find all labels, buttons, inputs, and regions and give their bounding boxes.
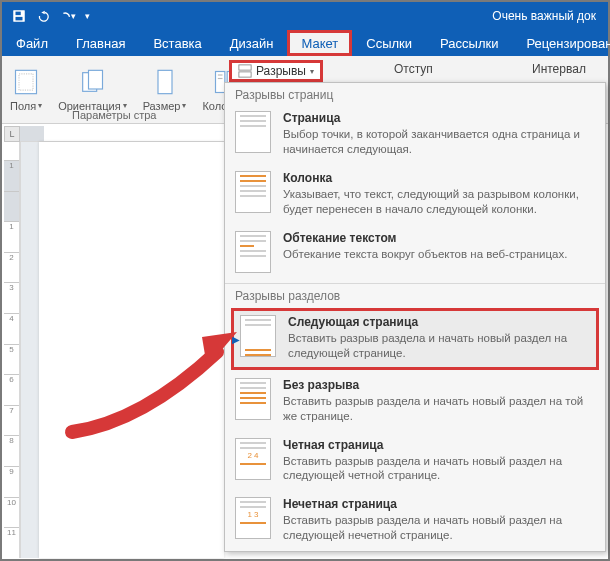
menu-item-desc: Выбор точки, в которой заканчивается одн… [283,127,595,157]
continuous-icon [235,378,271,420]
menu-item-title: Нечетная страница [283,497,595,511]
menu-item-desc: Обтекание текста вокруг объектов на веб-… [283,247,595,262]
breaks-button[interactable]: Разрывы ▾ [229,60,323,82]
page-setup-group-label: Параметры стра [72,109,156,121]
margins-icon [12,68,40,96]
menu-item-desc: Вставить разрыв раздела и начать новый р… [283,513,595,543]
caret-icon: ▾ [38,101,42,110]
document-page[interactable] [39,142,224,558]
ruler-mark: 2 [4,252,19,283]
caret-icon: ▾ [310,67,314,76]
next-page-icon [240,315,276,357]
document-title: Очень важный док [96,9,602,23]
ruler-corner: L [4,126,20,142]
tab-home[interactable]: Главная [62,30,139,56]
horizontal-ruler[interactable] [20,126,224,142]
ruler-mark: 1 [4,221,19,252]
ruler-mark: 6 [4,374,19,405]
quick-access-toolbar: ▾ ▾ Очень важный док [2,2,608,30]
orientation-icon [78,68,106,96]
caret-icon: ▾ [182,101,186,110]
tab-file[interactable]: Файл [2,30,62,56]
margins-button[interactable]: Поля▾ [2,56,50,123]
save-icon[interactable] [8,5,30,27]
tab-mailings[interactable]: Рассылки [426,30,512,56]
menu-item-text-wrapping[interactable]: Обтекание текстом Обтекание текста вокру… [225,225,605,281]
ruler-mark: 9 [4,466,19,497]
breaks-label: Разрывы [256,64,306,78]
text-wrap-icon [235,231,271,273]
ruler-mark: 11 [4,527,19,558]
ruler-mark: 5 [4,344,19,375]
menu-item-desc: Вставить разрыв раздела и начать новый р… [283,394,595,424]
breaks-icon [238,64,252,78]
menu-item-desc: Вставить разрыв раздела и начать новый р… [288,331,590,361]
svg-rect-7 [89,70,103,89]
menu-item-page-break[interactable]: Страница Выбор точки, в которой заканчив… [225,105,605,165]
redo-icon[interactable]: ▾ [56,5,78,27]
spacing-group-label: Интервал [532,62,586,76]
tab-layout[interactable]: Макет [287,30,352,56]
ruler-mark: 10 [4,497,19,528]
page-background [20,142,224,558]
svg-rect-15 [239,65,251,70]
tab-references[interactable]: Ссылки [352,30,426,56]
vertical-ruler[interactable]: 1 1 2 3 4 5 6 7 8 9 10 11 [4,142,20,558]
even-page-icon: 2 4 [235,438,271,480]
margins-label: Поля [10,100,36,112]
ruler-mark: 4 [4,313,19,344]
svg-rect-8 [158,70,172,93]
menu-item-title: Без разрыва [283,378,595,392]
menu-item-title: Следующая страница [288,315,590,329]
selection-indicator-icon: ▶ [232,333,240,344]
odd-page-icon: 1 3 [235,497,271,539]
tab-design[interactable]: Дизайн [216,30,288,56]
menu-item-desc: Указывает, что текст, следующий за разры… [283,187,595,217]
menu-item-desc: Вставить разрыв раздела и начать новый р… [283,454,595,484]
svg-rect-2 [16,17,23,21]
ruler-mark: 1 [4,160,19,191]
menu-item-title: Страница [283,111,595,125]
ruler-mark: 8 [4,435,19,466]
indent-group-label: Отступ [394,62,433,76]
menu-item-title: Колонка [283,171,595,185]
tab-review[interactable]: Рецензирование [512,30,610,56]
menu-item-column-break[interactable]: Колонка Указывает, что текст, следующий … [225,165,605,225]
column-break-icon [235,171,271,213]
menu-item-next-page[interactable]: ▶ Следующая страница Вставить разрыв раз… [231,308,599,370]
undo-icon[interactable] [32,5,54,27]
ruler-mark: 3 [4,282,19,313]
menu-item-even-page[interactable]: 2 4 Четная страница Вставить разрыв разд… [225,432,605,492]
menu-item-odd-page[interactable]: 1 3 Нечетная страница Вставить разрыв ра… [225,491,605,551]
ruler-mark [4,191,19,222]
svg-rect-16 [239,72,251,77]
ribbon-tabs: Файл Главная Вставка Дизайн Макет Ссылки… [2,30,608,56]
page-break-icon [235,111,271,153]
ruler-mark: 7 [4,405,19,436]
breaks-dropdown: Разрывы страниц Страница Выбор точки, в … [224,82,606,552]
section-header-section-breaks: Разрывы разделов [225,284,605,306]
qat-customize-icon[interactable]: ▾ [80,5,94,27]
svg-rect-1 [16,12,21,16]
menu-item-title: Обтекание текстом [283,231,595,245]
size-icon [151,68,179,96]
menu-item-continuous[interactable]: Без разрыва Вставить разрыв раздела и на… [225,372,605,432]
document-area: 1 1 2 3 4 5 6 7 8 9 10 11 [4,142,224,558]
menu-item-title: Четная страница [283,438,595,452]
section-header-page-breaks: Разрывы страниц [225,83,605,105]
tab-insert[interactable]: Вставка [139,30,215,56]
